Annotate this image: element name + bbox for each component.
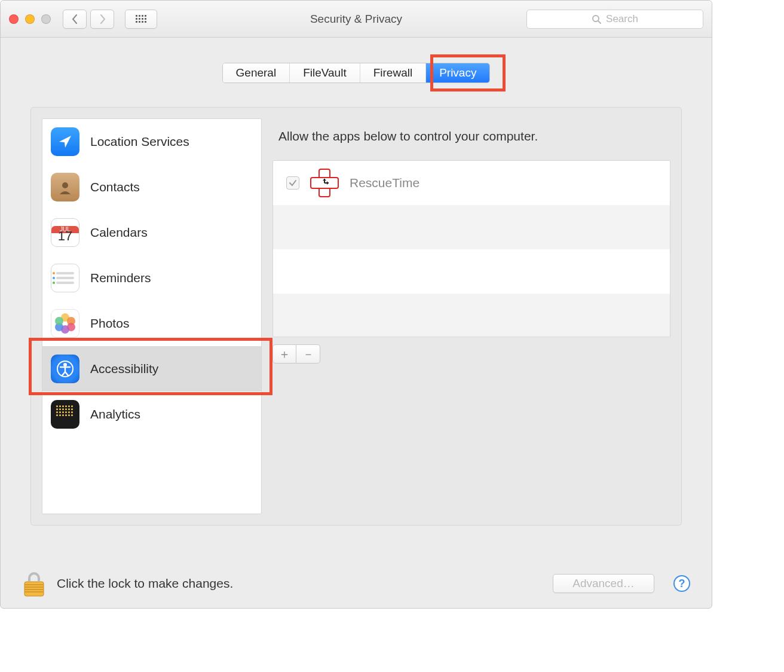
privacy-detail: Allow the apps below to control your com… bbox=[272, 118, 670, 514]
sidebar-item-label: Accessibility bbox=[90, 362, 158, 376]
app-row-empty bbox=[273, 249, 670, 294]
accessibility-icon bbox=[51, 355, 79, 383]
lock-icon bbox=[22, 570, 46, 597]
sidebar-item-label: Photos bbox=[90, 316, 129, 331]
permission-hint: Allow the apps below to control your com… bbox=[278, 129, 670, 143]
lock-button[interactable] bbox=[22, 570, 46, 597]
privacy-panel: Location Services Contacts JUL 17 bbox=[30, 107, 682, 526]
preferences-window: Security & Privacy Search General FileVa… bbox=[0, 0, 712, 609]
tab-general[interactable]: General bbox=[223, 63, 290, 83]
sidebar-item-label: Location Services bbox=[90, 135, 189, 149]
search-icon bbox=[592, 14, 601, 24]
analytics-icon bbox=[51, 400, 79, 429]
privacy-category-list[interactable]: Location Services Contacts JUL 17 bbox=[42, 118, 262, 514]
close-window-button[interactable] bbox=[9, 14, 19, 24]
help-button[interactable]: ? bbox=[673, 575, 690, 592]
forward-button[interactable] bbox=[90, 10, 114, 29]
app-row-empty bbox=[273, 205, 670, 249]
add-remove-controls: ＋ － bbox=[272, 344, 670, 364]
sidebar-item-calendars[interactable]: JUL 17 Calendars bbox=[42, 210, 261, 255]
search-placeholder: Search bbox=[606, 13, 638, 25]
app-name: RescueTime bbox=[350, 176, 419, 190]
photos-icon bbox=[51, 309, 79, 338]
check-icon bbox=[289, 179, 297, 187]
location-icon bbox=[51, 127, 79, 156]
svg-rect-13 bbox=[24, 591, 44, 592]
add-app-button[interactable]: ＋ bbox=[272, 344, 296, 364]
svg-point-2 bbox=[62, 182, 68, 188]
sidebar-item-analytics[interactable]: Analytics bbox=[42, 392, 261, 437]
nav-buttons bbox=[63, 10, 114, 29]
chevron-right-icon bbox=[99, 14, 106, 24]
calendar-day: 17 bbox=[51, 233, 79, 239]
lock-hint: Click the lock to make changes. bbox=[57, 576, 233, 591]
reminders-icon bbox=[51, 264, 79, 292]
sidebar-item-reminders[interactable]: Reminders bbox=[42, 255, 261, 301]
svg-rect-11 bbox=[24, 587, 44, 588]
back-button[interactable] bbox=[63, 10, 87, 29]
tab-label: Firewall bbox=[373, 66, 412, 80]
svg-marker-8 bbox=[323, 179, 326, 181]
sidebar-item-location[interactable]: Location Services bbox=[42, 119, 261, 164]
svg-line-1 bbox=[598, 21, 601, 23]
allowed-apps-list[interactable]: RescueTime bbox=[272, 160, 670, 337]
tab-filevault[interactable]: FileVault bbox=[290, 63, 360, 83]
calendar-icon: JUL 17 bbox=[51, 218, 79, 247]
app-row-empty bbox=[273, 294, 670, 337]
tab-label: Privacy bbox=[439, 66, 476, 80]
sidebar-item-accessibility[interactable]: Accessibility bbox=[42, 346, 261, 392]
search-field[interactable]: Search bbox=[526, 10, 703, 29]
app-checkbox[interactable] bbox=[286, 176, 299, 190]
sidebar-item-label: Reminders bbox=[90, 271, 151, 285]
tab-privacy[interactable]: Privacy bbox=[426, 63, 489, 83]
svg-rect-12 bbox=[24, 589, 44, 590]
show-all-button[interactable] bbox=[125, 10, 157, 29]
window-controls bbox=[9, 14, 51, 24]
app-row[interactable]: RescueTime bbox=[273, 161, 670, 205]
svg-point-4 bbox=[63, 363, 67, 366]
tab-bar: General FileVault Firewall Privacy bbox=[30, 63, 682, 83]
sidebar-item-photos[interactable]: Photos bbox=[42, 301, 261, 346]
svg-marker-7 bbox=[327, 181, 329, 185]
tab-label: FileVault bbox=[303, 66, 347, 80]
tab-label: General bbox=[236, 66, 277, 80]
zoom-window-button[interactable] bbox=[41, 14, 51, 24]
footer: Click the lock to make changes. Advanced… bbox=[22, 570, 690, 597]
tab-firewall[interactable]: Firewall bbox=[360, 63, 426, 83]
minimize-window-button[interactable] bbox=[25, 14, 35, 24]
sidebar-item-label: Contacts bbox=[90, 180, 140, 194]
titlebar: Security & Privacy Search bbox=[1, 1, 712, 38]
sidebar-item-contacts[interactable]: Contacts bbox=[42, 164, 261, 210]
svg-rect-10 bbox=[24, 584, 44, 585]
grid-icon bbox=[136, 15, 146, 23]
chevron-left-icon bbox=[72, 14, 78, 24]
rescuetime-icon bbox=[310, 169, 339, 197]
advanced-label: Advanced… bbox=[572, 577, 635, 590]
advanced-button[interactable]: Advanced… bbox=[553, 574, 654, 593]
contacts-icon bbox=[51, 173, 79, 201]
remove-app-button[interactable]: － bbox=[296, 344, 320, 364]
sidebar-item-label: Calendars bbox=[90, 225, 148, 240]
sidebar-item-label: Analytics bbox=[90, 407, 140, 421]
